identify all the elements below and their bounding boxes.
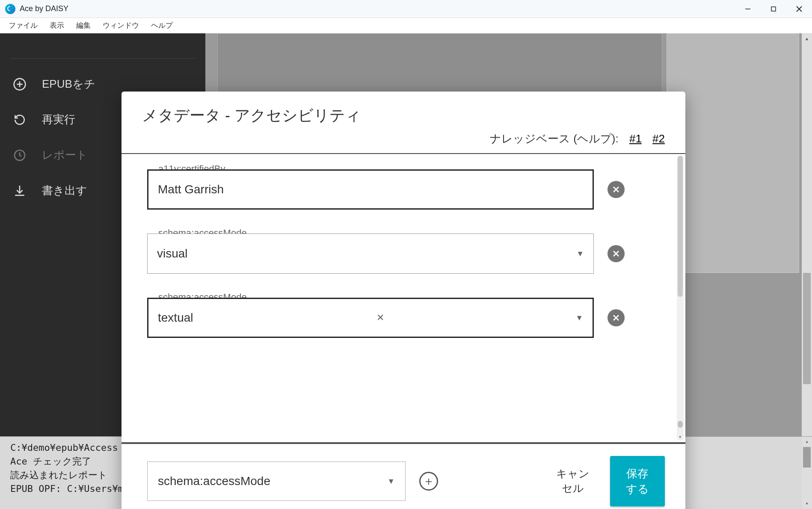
close-button[interactable] (786, 0, 812, 18)
field-wrap: a11y:certifiedBy Matt Garrish (147, 169, 594, 210)
save-label: 保存する (626, 467, 649, 495)
metadata-modal: メタデータ - アクセシビリティ ナレッジベース (ヘルプ): #1 #2 a1… (122, 92, 685, 509)
field-wrap: schema:accessMode textual ✕ ▼ (147, 298, 594, 338)
menu-file[interactable]: ファイル (3, 19, 43, 32)
accessmode-select[interactable]: visual ▼ (147, 234, 594, 274)
scrollbar-thumb[interactable] (803, 273, 811, 384)
scrollbar-thumb[interactable] (678, 421, 683, 428)
titlebar-left: Ace by DAISY (0, 4, 68, 14)
history-icon (13, 148, 27, 162)
modal-body: a11y:certifiedBy Matt Garrish schema:acc… (122, 154, 685, 442)
accessmode-combo[interactable]: textual ✕ ▼ (147, 298, 594, 338)
plus-icon: ＋ (423, 473, 435, 489)
window-title: Ace by DAISY (20, 4, 68, 13)
maximize-button[interactable] (761, 0, 786, 18)
chevron-down-icon: ▼ (575, 314, 583, 323)
delete-field-button[interactable] (608, 181, 625, 198)
chevron-down-icon: ▼ (576, 249, 584, 258)
sidebar-item-label: 再実行 (42, 112, 75, 127)
delete-field-button[interactable] (608, 245, 625, 262)
close-icon (612, 314, 620, 322)
download-icon (13, 184, 27, 198)
refresh-icon (13, 113, 27, 127)
modal-scrollbar[interactable]: ▾ (677, 156, 684, 441)
field-value: Matt Garrish (158, 183, 224, 196)
scrollbar-thumb[interactable] (678, 156, 683, 297)
field-value: textual (158, 311, 193, 325)
footer-select-value: schema:accessMode (158, 474, 270, 488)
sidebar-item-label: 書き出す (42, 183, 87, 198)
close-icon (612, 250, 620, 257)
maximize-icon (771, 6, 776, 12)
menu-edit[interactable]: 編集 (71, 19, 96, 32)
field-row-accessmode-textual: schema:accessMode textual ✕ ▼ (147, 298, 670, 338)
minimize-button[interactable] (735, 0, 761, 18)
titlebar: Ace by DAISY (0, 0, 812, 18)
sidebar-item-label: EPUBをチ (42, 77, 95, 92)
plus-circle-icon (13, 77, 27, 91)
clear-icon[interactable]: ✕ (376, 312, 384, 323)
scroll-up-icon[interactable]: ▴ (802, 33, 812, 44)
menu-view[interactable]: 表示 (44, 19, 69, 32)
add-field-button[interactable]: ＋ (419, 472, 438, 491)
chevron-down-icon: ▼ (387, 477, 395, 486)
help-link-1[interactable]: #1 (629, 132, 642, 145)
cancel-label: キャンセル (556, 468, 590, 494)
menubar: ファイル 表示 編集 ウィンドウ ヘルプ (0, 18, 812, 33)
close-icon (796, 6, 803, 12)
field-wrap: schema:accessMode visual ▼ (147, 234, 594, 274)
close-icon (612, 186, 620, 193)
cancel-button[interactable]: キャンセル (549, 463, 596, 499)
modal-header: メタデータ - アクセシビリティ (122, 92, 685, 131)
certifiedby-input[interactable]: Matt Garrish (147, 169, 594, 210)
help-label: ナレッジベース (ヘルプ): (490, 132, 619, 145)
modal-footer: schema:accessMode ▼ ＋ キャンセル 保存する (122, 443, 685, 509)
bg-panel (667, 33, 799, 273)
help-link-2[interactable]: #2 (652, 132, 665, 145)
field-row-accessmode-visual: schema:accessMode visual ▼ (147, 234, 670, 274)
menu-help[interactable]: ヘルプ (146, 19, 178, 32)
scroll-down-icon[interactable]: ▾ (802, 499, 812, 509)
add-metadata-select[interactable]: schema:accessMode ▼ (147, 462, 406, 501)
save-button[interactable]: 保存する (610, 456, 665, 506)
console-scrollbar[interactable]: ▴ ▾ (802, 437, 812, 509)
delete-field-button[interactable] (608, 309, 625, 326)
field-row-certifiedby: a11y:certifiedBy Matt Garrish (147, 169, 670, 210)
window-controls (735, 0, 812, 18)
minimize-icon (745, 6, 751, 12)
scroll-up-icon[interactable]: ▴ (802, 437, 812, 447)
modal-helpbar: ナレッジベース (ヘルプ): #1 #2 (122, 131, 685, 153)
svg-rect-1 (771, 7, 776, 11)
field-value: visual (157, 247, 188, 260)
main-area: EPUBをチ 再実行 レポート 書き出す 設定 (0, 33, 812, 509)
scroll-down-icon[interactable]: ▾ (677, 434, 684, 440)
sidebar-item-label: レポート (42, 148, 88, 163)
modal-title: メタデータ - アクセシビリティ (142, 105, 665, 126)
app-icon (5, 4, 15, 14)
sidebar-divider (10, 58, 195, 59)
scrollbar-thumb[interactable] (803, 447, 811, 468)
menu-window[interactable]: ウィンドウ (98, 19, 144, 32)
